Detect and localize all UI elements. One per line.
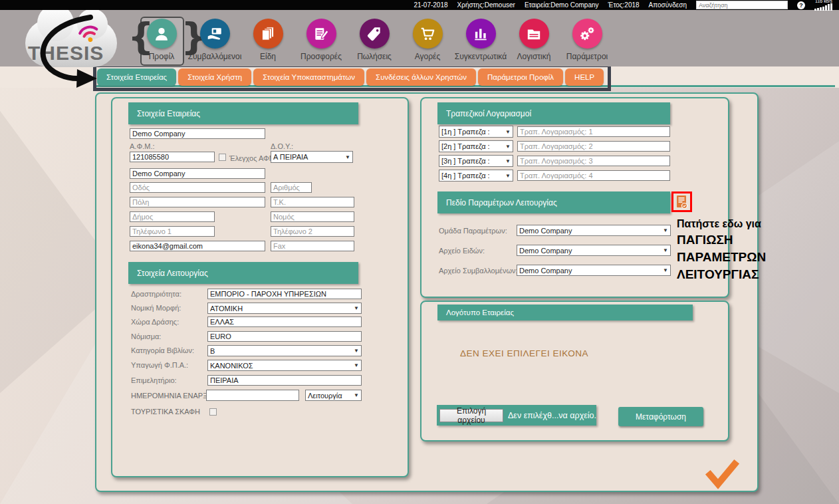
bank1-account-input[interactable] bbox=[517, 126, 670, 137]
country-label: Χώρα Δράσης: bbox=[131, 318, 179, 326]
logout-link[interactable]: Αποσύνδεση bbox=[649, 1, 687, 9]
bank3-account-input[interactable] bbox=[517, 156, 670, 166]
email-input[interactable] bbox=[130, 241, 265, 251]
toolbar-item-settings[interactable]: Παράμετροι bbox=[560, 19, 614, 61]
chevron-down-icon: ▼ bbox=[354, 348, 359, 354]
bank3-select[interactable]: [3η ] Τραπεζα :▼ bbox=[439, 155, 513, 167]
file-status-text: Δεν επιλέχθ...να αρχείο. bbox=[508, 411, 596, 420]
toolbar-label: Προσφορές bbox=[300, 52, 342, 61]
company-info-panel: Στοιχεία Εταιρείας Α.Φ.Μ.: Έλεγχος ΑΦΜ Δ… bbox=[111, 97, 409, 477]
books-category-select[interactable]: Β▼ bbox=[207, 345, 362, 356]
street-number-input[interactable] bbox=[271, 182, 312, 193]
start-mode-select[interactable]: Λειτουργία▼ bbox=[305, 390, 362, 401]
current-user: Χρήστης:Demouser bbox=[457, 1, 515, 9]
operation-params-header: Πεδίο Παραμέτρων Λειτουργίας bbox=[437, 191, 670, 213]
param-group-select[interactable]: Demo Company▼ bbox=[517, 225, 671, 236]
tab-branches-info[interactable]: Στοιχεία Υποκαταστημάτων bbox=[253, 68, 364, 86]
bank4-account-input[interactable] bbox=[517, 170, 670, 181]
bank4-select[interactable]: [4η ] Τραπεζα :▼ bbox=[439, 170, 513, 182]
person-icon bbox=[147, 19, 177, 49]
books-category-label: Κατηγορία Βιβλίων: bbox=[131, 346, 194, 354]
connection-speed: 116 kb/s bbox=[814, 0, 832, 11]
doy-select[interactable]: Α ΠΕΙΡΑΙΑ▼ bbox=[271, 151, 353, 163]
annotation-line: ΛΕΙΤΟΥΡΓΙΑΣ bbox=[677, 266, 783, 283]
afm-input[interactable] bbox=[130, 152, 215, 162]
chevron-down-icon: ▼ bbox=[505, 173, 511, 179]
partners-file-select[interactable]: Demo Company▼ bbox=[517, 265, 671, 276]
toolbar-item-reports[interactable]: Συγκεντρωτικά bbox=[454, 19, 507, 61]
fax-input[interactable] bbox=[271, 241, 354, 251]
bank1-select[interactable]: [1η ] Τραπεζα :▼ bbox=[439, 126, 513, 138]
chevron-down-icon: ▼ bbox=[354, 392, 359, 398]
current-year: Έτος:2018 bbox=[608, 1, 640, 9]
phone1-input[interactable] bbox=[130, 226, 215, 237]
main-toolbar: THESIS { } Προφίλ Συμβαλλόμενοι bbox=[0, 10, 839, 66]
currency-input[interactable] bbox=[207, 331, 362, 342]
toolbar-item-partners[interactable]: Συμβαλλόμενοι bbox=[188, 19, 241, 61]
company-info-header: Στοιχεία Εταιρείας bbox=[128, 102, 358, 124]
offers-icon bbox=[306, 19, 336, 49]
items-icon bbox=[253, 19, 283, 49]
toolbar-label: Αγορές bbox=[415, 52, 440, 61]
toolbar-item-accounting[interactable]: Λογιστική bbox=[507, 19, 560, 61]
file-input-bar: Επιλογή αρχείου Δεν επιλέχθ...να αρχείο. bbox=[437, 405, 596, 426]
vat-regime-select[interactable]: ΚΑΝΟΝΙΚΟΣ▼ bbox=[207, 360, 362, 371]
company-name2-input[interactable] bbox=[130, 168, 265, 179]
toolbar-item-sales[interactable]: Πωλήσεις bbox=[348, 19, 401, 61]
prefecture-input[interactable] bbox=[271, 211, 354, 222]
tab-help[interactable]: HELP bbox=[565, 68, 604, 86]
annotation-line: Πατήστε εδω για bbox=[677, 217, 783, 231]
annotation-line: ΠΑΓΙΩΣΗ bbox=[677, 231, 783, 249]
upload-button[interactable]: Μεταφόρτωση bbox=[618, 407, 703, 426]
company-logo-panel: Λογότυπο Εταιρείας ΔΕΝ ΕΧΕΙ ΕΠΙΛΕΓΕΙ ΕΙΚ… bbox=[420, 301, 729, 441]
chevron-down-icon: ▼ bbox=[663, 267, 668, 273]
tourist-boats-checkbox[interactable] bbox=[209, 408, 217, 416]
tourist-boats-label: ΤΟΥΡΙΣΤΙΚΑ ΣΚΑΦΗ bbox=[131, 408, 200, 416]
items-file-label: Αρχείο Ειδών: bbox=[439, 247, 485, 255]
zip-input[interactable] bbox=[271, 197, 354, 207]
chevron-down-icon: ▼ bbox=[354, 305, 359, 311]
legal-form-select[interactable]: ΑΤΟΜΙΚΗ▼ bbox=[207, 303, 362, 314]
tab-user-info[interactable]: Στοιχεία Χρήστη bbox=[178, 68, 251, 86]
company-name-input[interactable] bbox=[130, 128, 265, 139]
chevron-down-icon: ▼ bbox=[505, 144, 511, 150]
tab-company-info[interactable]: Στοιχεία Εταιρείας bbox=[97, 68, 176, 86]
purchases-icon bbox=[413, 19, 443, 49]
toolbar-item-offers[interactable]: Προσφορές bbox=[295, 19, 348, 61]
afm-check-checkbox[interactable] bbox=[219, 154, 226, 161]
help-icon[interactable]: ? bbox=[797, 1, 805, 9]
confirm-check-icon[interactable] bbox=[705, 459, 739, 489]
tab-profile-parameters[interactable]: Παράμετροι Προφίλ bbox=[478, 68, 563, 86]
choose-file-button[interactable]: Επιλογή αρχείου bbox=[439, 409, 503, 422]
chevron-down-icon: ▼ bbox=[505, 158, 511, 164]
municipality-input[interactable] bbox=[130, 211, 215, 222]
bank2-select[interactable]: [2η ] Τραπεζα :▼ bbox=[439, 140, 513, 152]
street-input[interactable] bbox=[130, 182, 265, 193]
toolbar-item-items[interactable]: Είδη bbox=[241, 19, 295, 61]
chamber-input[interactable] bbox=[207, 375, 362, 386]
partners-icon bbox=[200, 19, 230, 49]
no-image-text: ΔΕΝ ΕΧΕΙ ΕΠΙΛΕΓΕΙ ΕΙΚΟΝΑ bbox=[460, 348, 588, 358]
items-file-select[interactable]: Demo Company▼ bbox=[517, 245, 671, 256]
tab-other-user-connections[interactable]: Συνδέσεις άλλων Χρηστών bbox=[366, 68, 476, 86]
search-input[interactable] bbox=[696, 1, 788, 9]
document-check-icon bbox=[675, 195, 688, 209]
chevron-down-icon: ▼ bbox=[663, 247, 668, 253]
fix-params-annotation: Πατήστε εδω για ΠΑΓΙΩΣΗ ΠΑΡΑΜΕΤΡΩΝ ΛΕΙΤΟ… bbox=[677, 217, 783, 283]
toolbar-item-purchases[interactable]: Αγορές bbox=[401, 19, 454, 61]
country-input[interactable] bbox=[207, 316, 362, 327]
activity-input[interactable] bbox=[207, 289, 362, 299]
start-date-input[interactable] bbox=[206, 390, 299, 401]
currency-label: Νόμισμα: bbox=[131, 332, 161, 340]
chamber-label: Επιμελητήριο: bbox=[131, 376, 177, 384]
vat-regime-label: Υπαγωγή Φ.Π.Α.: bbox=[131, 361, 188, 369]
fix-params-button[interactable] bbox=[671, 191, 692, 212]
toolbar-item-profile[interactable]: Προφίλ bbox=[135, 19, 188, 61]
city-input[interactable] bbox=[130, 197, 265, 207]
toolbar-label: Είδη bbox=[260, 52, 276, 61]
bank2-account-input[interactable] bbox=[517, 141, 670, 152]
partners-file-label: Αρχείο Συμβαλλομένων: bbox=[439, 267, 518, 275]
profile-tabs: Στοιχεία Εταιρείας Στοιχεία Χρήστη Στοιχ… bbox=[97, 68, 604, 86]
accounting-icon bbox=[519, 19, 549, 49]
phone2-input[interactable] bbox=[271, 226, 354, 237]
